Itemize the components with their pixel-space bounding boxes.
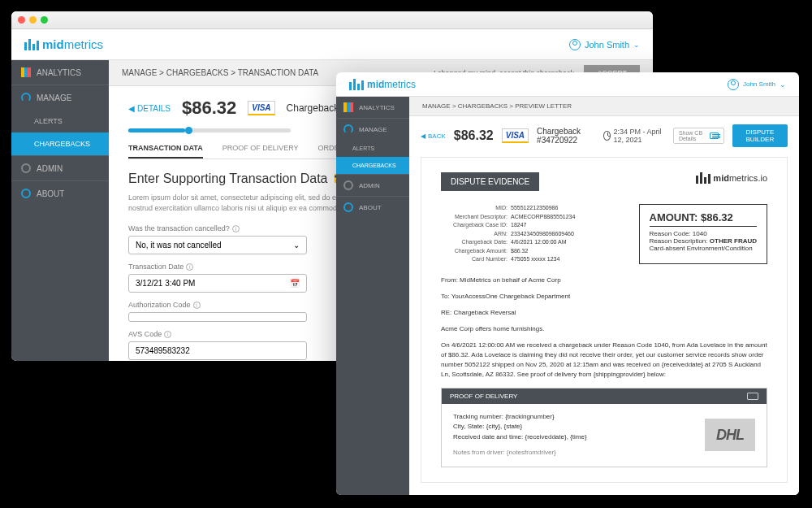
cancelled-select[interactable]: No, it was not cancelled⌄ (128, 236, 307, 254)
chevron-down-icon: ⌄ (780, 80, 786, 89)
minimize-icon[interactable] (29, 16, 37, 24)
gauge-icon (21, 93, 31, 102)
logo-bars-icon (696, 172, 710, 184)
info-icon[interactable]: i (186, 263, 193, 271)
pod-city: City, State: {city}, {state} (453, 422, 587, 432)
sidebar-item-alerts[interactable]: ALERTS (11, 110, 109, 132)
pod-received: Received date and time: {receiveddate}, … (453, 432, 587, 443)
brand-bold: mid (42, 37, 64, 51)
dispute-evidence-badge: DISPUTE EVIDENCE (441, 172, 539, 191)
topbar: midmetrics John Smith ⌄ (336, 72, 799, 97)
visa-badge: VISA (248, 101, 274, 115)
user-icon (569, 39, 581, 50)
chevron-down-icon: ⌄ (633, 41, 640, 49)
list-icon (710, 132, 719, 139)
sidebar: ANALYTICS MANAGE ALERTS CHARGEBACKS ADMI… (11, 60, 109, 361)
sidebar-item-chargebacks[interactable]: CHARGEBACKS (336, 157, 409, 174)
user-menu[interactable]: John Smith ⌄ (569, 39, 640, 50)
brand-logo[interactable]: midmetrics (24, 37, 103, 51)
sidebar-item-analytics[interactable]: ANALYTICS (336, 97, 409, 119)
brand-logo-io: midmetrics.io (696, 172, 767, 184)
pod-tracking: Tracking number: {trackingnumber} (453, 412, 587, 423)
pod-title: PROOF OF DELIVERY (450, 393, 517, 400)
sidebar-item-alerts[interactable]: ALERTS (336, 140, 409, 157)
sidebar-item-about[interactable]: ABOUT (11, 181, 109, 206)
topbar: midmetrics John Smith ⌄ (11, 29, 653, 60)
amount: $86.32 (182, 98, 236, 119)
pod-notes: Notes from driver: {notesfromdriver} (453, 448, 587, 458)
sidebar-item-admin[interactable]: ADMIN (11, 155, 109, 181)
sidebar-item-analytics[interactable]: ANALYTICS (11, 60, 109, 85)
maximize-icon[interactable] (41, 16, 48, 24)
sidebar-item-manage[interactable]: MANAGE (336, 119, 409, 140)
truck-icon (747, 393, 758, 400)
info-icon (21, 189, 31, 198)
info-icon[interactable]: i (232, 225, 240, 232)
amount-box: AMOUNT: $86.32 Reason Code: 1040 Reason … (639, 204, 768, 264)
carrier-logo: DHL (705, 419, 755, 452)
info-icon[interactable]: i (164, 331, 171, 338)
logo-bars-icon (24, 39, 39, 50)
preview-letter-window: midmetrics John Smith ⌄ ANALYTICS MANAGE… (336, 72, 799, 495)
auth-code-input[interactable] (128, 312, 307, 322)
sidebar-item-admin[interactable]: ADMIN (336, 174, 409, 197)
sidebar-item-chargebacks[interactable]: CHARGEBACKS (11, 132, 109, 155)
gear-icon (21, 163, 31, 173)
amount: $86.32 (454, 128, 494, 143)
calendar-icon: 📅 (290, 279, 300, 288)
user-name: John Smith (743, 80, 775, 88)
sidebar-item-about[interactable]: ABOUT (336, 197, 409, 218)
chargeback-number: Chargeback #34720922 (537, 127, 595, 145)
user-menu[interactable]: John Smith ⌄ (728, 79, 786, 90)
chevron-down-icon: ⌄ (293, 241, 300, 250)
brand-rest: metrics (64, 37, 103, 51)
user-icon (728, 79, 739, 90)
back-link[interactable]: ◀ DETAILS (128, 104, 171, 113)
titlebar (11, 11, 653, 29)
sidebar-item-manage[interactable]: MANAGE (11, 85, 109, 110)
dispute-builder-button[interactable]: DISPUTE BUILDER (732, 124, 788, 147)
transaction-date-input[interactable]: 3/12/21 3:40 PM📅 (128, 274, 307, 293)
info-icon[interactable]: i (193, 302, 201, 309)
user-name: John Smith (585, 40, 629, 50)
tab-transaction-data[interactable]: TRANSACTION DATA (128, 144, 203, 158)
clock-icon (603, 131, 611, 141)
proof-of-delivery: PROOF OF DELIVERY Tracking number: {trac… (441, 388, 767, 467)
back-link[interactable]: ◀ BACK (421, 132, 446, 140)
brand-logo[interactable]: midmetrics (349, 79, 416, 90)
info-icon (343, 202, 353, 212)
progress-bar (128, 128, 291, 132)
analytics-icon (21, 67, 31, 77)
logo-bars-icon (349, 79, 364, 90)
gear-icon (343, 180, 353, 190)
breadcrumb: MANAGE > CHARGEBACKS > TRANSACTION DATA (122, 68, 318, 77)
close-icon[interactable] (18, 16, 25, 24)
letter-body: From: MidMetrics on behalf of Acme Corp … (441, 276, 767, 380)
visa-badge: VISA (502, 128, 529, 143)
gauge-icon (343, 124, 353, 134)
show-cb-details-button[interactable]: Show CB Details (673, 128, 724, 144)
timestamp: 2:34 PM - April 12, 2021 (603, 128, 665, 144)
avs-code-input[interactable]: 573489583232 (128, 341, 307, 360)
analytics-icon (343, 102, 353, 112)
dispute-letter: DISPUTE EVIDENCE midmetrics.io MID:55551… (421, 157, 788, 483)
sidebar: ANALYTICS MANAGE ALERTS CHARGEBACKS ADMI… (336, 97, 409, 495)
breadcrumb: MANAGE > CHARGEBACKS > PREVIEW LETTER (422, 102, 572, 110)
summary-row: ◀ BACK $86.32 VISA Chargeback #34720922 … (421, 124, 788, 157)
breadcrumb-row: MANAGE > CHARGEBACKS > PREVIEW LETTER (409, 97, 799, 116)
tab-proof-of-delivery[interactable]: PROOF OF DELIVERY (222, 144, 299, 158)
chargeback-meta: MID:555512212350986 Merchant Descriptor:… (441, 204, 575, 264)
